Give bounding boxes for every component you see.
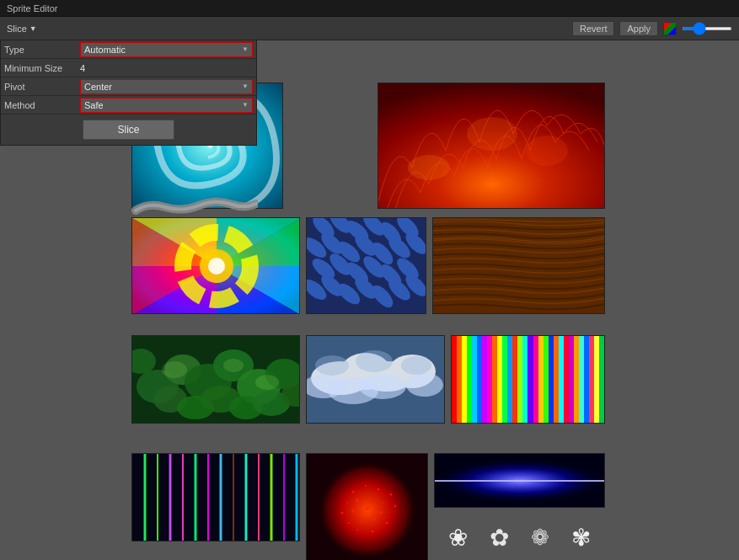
sprite-bluefeathers[interactable] bbox=[306, 217, 426, 314]
pivot-label: Pivot bbox=[4, 82, 80, 92]
svg-point-4 bbox=[526, 136, 568, 166]
pivot-dropdown-arrow: ▼ bbox=[242, 83, 249, 90]
svg-point-104 bbox=[372, 531, 374, 533]
method-dropdown-arrow: ▼ bbox=[242, 101, 249, 109]
sprite-bluecloud[interactable] bbox=[306, 335, 445, 424]
svg-point-101 bbox=[372, 518, 376, 521]
minsize-label: Minimum Size bbox=[4, 63, 80, 73]
type-row: Type Automatic ▼ bbox=[1, 40, 256, 59]
title-bar: Sprite Editor bbox=[0, 0, 739, 17]
flower-icon-2: ✿ bbox=[490, 524, 509, 552]
type-dropdown-arrow: ▼ bbox=[242, 45, 249, 53]
svg-point-62 bbox=[359, 374, 406, 399]
svg-point-91 bbox=[369, 497, 372, 499]
slice-panel: Type Automatic ▼ Minimum Size 4 Pivot Ce… bbox=[0, 40, 257, 146]
svg-point-103 bbox=[356, 529, 358, 531]
sprite-blueglow[interactable] bbox=[434, 453, 605, 508]
svg-point-65 bbox=[356, 350, 393, 372]
svg-point-98 bbox=[394, 505, 397, 508]
svg-point-63 bbox=[406, 373, 443, 397]
method-row: Method Safe ▼ bbox=[1, 96, 256, 115]
pivot-value-box[interactable]: Center ▼ bbox=[80, 79, 253, 94]
svg-point-3 bbox=[467, 117, 517, 151]
slice-button[interactable]: Slice bbox=[83, 120, 174, 140]
type-label: Type bbox=[4, 45, 80, 55]
sprite-fire[interactable] bbox=[378, 83, 605, 209]
flower-icons-area: ❀ ✿ ❁ ✾ bbox=[434, 510, 605, 560]
type-value-box[interactable]: Automatic ▼ bbox=[80, 42, 253, 57]
svg-point-94 bbox=[341, 512, 344, 515]
svg-point-66 bbox=[401, 356, 431, 375]
svg-point-54 bbox=[255, 375, 279, 390]
zoom-slider[interactable] bbox=[682, 27, 732, 30]
sprite-spiral[interactable] bbox=[131, 217, 300, 314]
method-value-box[interactable]: Safe ▼ bbox=[80, 98, 253, 113]
svg-point-9 bbox=[208, 258, 225, 275]
svg-point-92 bbox=[382, 502, 383, 504]
svg-point-100 bbox=[361, 520, 363, 523]
sprite-wood[interactable] bbox=[432, 217, 605, 314]
svg-point-96 bbox=[366, 507, 370, 511]
sprite-colorstrips[interactable] bbox=[451, 335, 605, 424]
method-label: Method bbox=[4, 100, 80, 110]
svg-point-89 bbox=[346, 502, 348, 504]
svg-point-86 bbox=[352, 491, 355, 493]
svg-point-95 bbox=[351, 509, 355, 513]
color-mode-button[interactable] bbox=[663, 22, 677, 35]
title-text: Sprite Editor bbox=[7, 3, 58, 13]
svg-point-2 bbox=[408, 155, 450, 180]
svg-point-52 bbox=[162, 361, 187, 378]
svg-point-97 bbox=[379, 511, 383, 515]
toolbar: Slice ▼ Revert Apply bbox=[0, 17, 739, 40]
svg-point-53 bbox=[223, 359, 244, 372]
slice-label: Slice ▼ bbox=[7, 24, 37, 34]
slice-arrow-icon: ▼ bbox=[29, 24, 37, 33]
svg-point-93 bbox=[390, 493, 393, 496]
revert-button[interactable]: Revert bbox=[572, 21, 614, 36]
svg-point-99 bbox=[348, 522, 350, 524]
svg-point-88 bbox=[378, 488, 380, 491]
svg-point-87 bbox=[365, 485, 367, 487]
svg-point-64 bbox=[315, 355, 349, 376]
flower-icon-1: ❀ bbox=[448, 524, 468, 552]
apply-button[interactable]: Apply bbox=[619, 21, 658, 36]
sprite-greenfoliage[interactable] bbox=[131, 335, 300, 424]
pivot-row: Pivot Center ▼ bbox=[1, 77, 256, 96]
flower-icon-3: ❁ bbox=[531, 525, 549, 551]
svg-point-102 bbox=[386, 522, 388, 525]
brush-stroke-overlay bbox=[131, 192, 258, 217]
minsize-value: 4 bbox=[80, 63, 85, 73]
slice-btn-row: Slice bbox=[1, 115, 256, 141]
zoom-slider-control bbox=[682, 27, 732, 30]
flower-icon-4: ✾ bbox=[571, 524, 591, 552]
sprite-darkstripes[interactable] bbox=[131, 453, 300, 541]
svg-point-90 bbox=[356, 499, 359, 502]
main-area: Type Automatic ▼ Minimum Size 4 Pivot Ce… bbox=[0, 40, 739, 560]
minsize-row: Minimum Size 4 bbox=[1, 59, 256, 77]
sprite-rednoise[interactable] bbox=[306, 453, 428, 560]
